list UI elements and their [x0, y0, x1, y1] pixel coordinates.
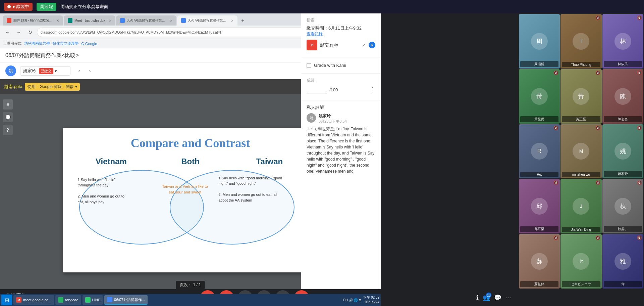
address-bar[interactable]: classroom.google.com/u/0/g/tg/MTQwODI2MD…: [37, 28, 324, 37]
file-section-label: 檔案: [307, 17, 375, 23]
apps-bookmark[interactable]: ::: 應用程式: [3, 41, 21, 46]
avatar-3: 林: [614, 33, 631, 50]
open-file-icon[interactable]: ↗: [362, 42, 366, 48]
mute-icon-14: 🔇: [595, 235, 600, 240]
taskbar-classroom-icon: [107, 297, 112, 302]
commenter-avatar: 姚: [307, 113, 316, 123]
classroom2-favicon: [181, 18, 186, 23]
taskbar-item-4[interactable]: 06/07外語簡報作...: [104, 295, 148, 305]
video-thumb-1: 周: [519, 14, 560, 69]
video-cell-5: 黃 🔇 黃正至: [560, 69, 601, 124]
comment-body: Hello, 攀世芳皇, I'm Joy. Taiwan is differen…: [307, 126, 375, 174]
video-cell-14: セ 🔇 セキビンコウ: [560, 234, 601, 289]
venn-text-right: 1.Say hello with "good morning", "good n…: [219, 175, 286, 203]
taskbar-item-3[interactable]: LINE: [83, 295, 103, 305]
grade-section: 成績 /100 ⋮: [301, 74, 381, 100]
taskbar-item-1[interactable]: M meet.google.co...: [13, 295, 54, 305]
video-cell-13: 蘇 🔇 蘇筱婷: [519, 234, 560, 289]
venn-labels: Vietnam Both Taiwan: [71, 157, 310, 166]
forward-button[interactable]: →: [14, 28, 23, 37]
avatar-13: 蘇: [531, 253, 548, 270]
avatar-12: 秋: [614, 198, 631, 215]
kami-checkbox[interactable]: [307, 63, 311, 68]
video-cell-10: 邱 🔇 邱可樂: [519, 179, 560, 233]
help-icon[interactable]: ?: [3, 125, 13, 135]
video-thumb-12: 秋: [602, 179, 643, 233]
page-indicator: 頁次： 1 / 1: [176, 281, 205, 289]
kami-row: Grade with Kami: [307, 61, 375, 69]
grade-menu-icon[interactable]: ⋮: [369, 86, 375, 93]
back-button[interactable]: ←: [3, 28, 12, 37]
video-grid: 周 周涵妮 T 🔇 Thao Phuong 林 🔇 林依倍 黃 🔇 黃星提 黃 …: [518, 13, 644, 289]
classroom1-favicon: [120, 18, 125, 23]
open-in-slides-button[interactable]: 使用「Google 簡報」開啟 ▾: [25, 83, 80, 91]
mute-icon-11: 🔇: [595, 180, 600, 185]
comment-icon[interactable]: 💬: [3, 112, 13, 122]
video-thumb-13: 蘇: [519, 234, 560, 289]
label-both: Both: [164, 157, 217, 166]
tab-meet-close[interactable]: ✕: [109, 19, 111, 23]
taskbar-fangcao-label: fangcao: [65, 298, 78, 302]
video-cell-11: J 🔇 Jia Wen Ding: [560, 179, 601, 233]
student-name-selector[interactable]: 姚家玲 已繳交 ▾: [20, 66, 70, 76]
next-student-button[interactable]: ›: [85, 66, 95, 76]
sharing-user-badge: 周涵妮: [37, 3, 56, 11]
tab-classroom1[interactable]: 06/07外語簡報實務作業<比較>... ✕: [116, 15, 176, 26]
page-current: 1: [193, 282, 195, 287]
panel-toggle-button[interactable]: ≡: [3, 99, 13, 110]
tab-classroom1-close[interactable]: ✕: [170, 19, 172, 23]
mute-icon-6: 🔇: [637, 71, 642, 75]
reload-button[interactable]: ↻: [25, 28, 35, 37]
bookmark-2[interactable]: 彰化市立後溪學: [53, 41, 78, 46]
video-thumb-14: セ: [560, 234, 601, 289]
commenter-row: 姚 姚家玲 6月23日下午6:54: [307, 113, 375, 124]
tab-gmail[interactable]: 郵件 (33) - hanni528@go.ec... ✕: [3, 15, 63, 26]
kami-section: Grade with Kami: [301, 57, 381, 74]
taskbar-classroom-label: 06/07外語簡報作...: [114, 297, 145, 302]
people-icon[interactable]: 👥 16: [483, 294, 490, 301]
taskbar-item-2[interactable]: fangcao: [55, 295, 81, 305]
new-tab-button[interactable]: +: [238, 16, 248, 26]
grade-total: /100: [329, 87, 338, 92]
grade-input[interactable]: [307, 86, 327, 93]
tab-gmail-label: 郵件 (33) - hanni528@go.ec...: [13, 18, 53, 23]
video-thumb-11: J: [560, 179, 601, 233]
kami-action-icon[interactable]: K: [369, 42, 375, 48]
avatar-10: 邱: [531, 198, 548, 215]
view-history-link[interactable]: 查看記錄: [307, 31, 375, 37]
prev-student-button[interactable]: ‹: [74, 66, 84, 76]
participant-name-8: minzhen wu: [562, 172, 600, 177]
video-cell-6: 陳 🔇 陳姿姿: [602, 69, 643, 124]
submit-time: 繳交時間：6月11日上午9:32: [307, 25, 375, 31]
nav-arrows: ‹ ›: [74, 66, 95, 76]
info-icon[interactable]: ℹ: [476, 294, 479, 301]
tab-classroom2[interactable]: 06/07外語簡報實務作業<比較>... ✕: [177, 15, 237, 26]
avatar-5: 黃: [573, 88, 589, 105]
video-thumb-3: 林: [602, 14, 643, 69]
chat-icon[interactable]: 💬: [494, 294, 501, 301]
participant-name-9: 姚家玲: [604, 171, 642, 177]
avatar-15: 雅: [614, 253, 631, 270]
start-button[interactable]: ⊞: [1, 295, 12, 305]
participant-name-6: 陳姿姿: [604, 116, 642, 122]
tab-meet[interactable]: Meet - tna-uwhn-duk ✕: [64, 15, 115, 26]
mute-icon-8: 🔇: [595, 126, 600, 130]
mute-icon-12: 🔇: [637, 180, 642, 185]
page-total: 1: [199, 282, 201, 287]
mute-icon-3: 🔇: [637, 15, 642, 20]
file-icon: P: [307, 40, 317, 50]
venn-text-center: Taiwan and Vietnam like to eat sour and …: [162, 184, 209, 195]
activities-icon[interactable]: ⋯: [505, 294, 512, 301]
participant-name-11: Jia Wen Ding: [562, 227, 600, 232]
tab-classroom2-label: 06/07外語簡報實務作業<比較>...: [188, 18, 227, 23]
commenter-name: 姚家玲: [319, 113, 375, 119]
mute-icon-15: 🔇: [637, 235, 642, 240]
dropdown-chevron: ▾: [55, 69, 57, 74]
file-section: 檔案 繳交時間：6月11日上午9:32 查看記錄 P 越南.pptx ↗ K: [301, 13, 381, 57]
bookmark-google[interactable]: G Google: [81, 42, 97, 46]
label-vietnam: Vietnam: [78, 157, 145, 166]
bookmark-1[interactable]: 幼兒園兩班共學: [24, 41, 50, 46]
tab-classroom2-close[interactable]: ✕: [231, 19, 233, 23]
tab-gmail-close[interactable]: ✕: [56, 19, 59, 23]
video-thumb-7: R: [519, 124, 560, 179]
